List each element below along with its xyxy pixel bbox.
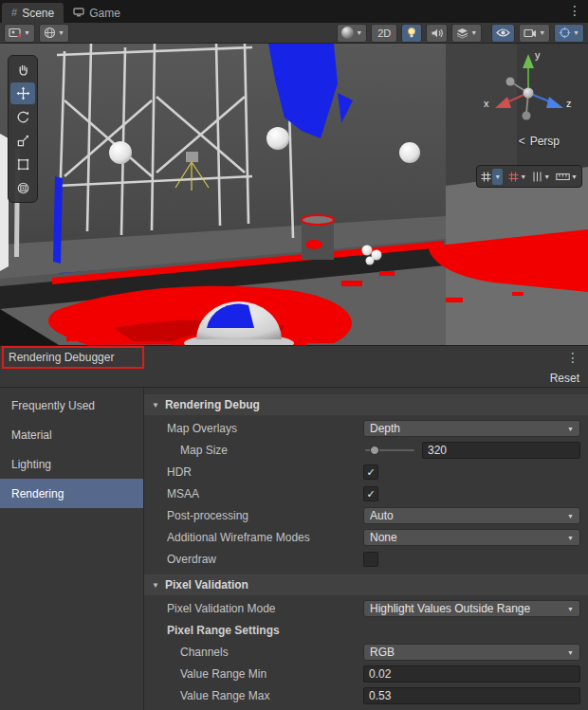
- hand-icon: [16, 63, 30, 77]
- draw-mode-dropdown[interactable]: ▼: [4, 24, 35, 43]
- map-size-field[interactable]: [422, 442, 580, 459]
- scene-viewport[interactable]: y x z < Persp ▼ ▼ ▼ ▼: [0, 44, 588, 345]
- reset-button[interactable]: Reset: [550, 372, 579, 385]
- rotate-tool-button[interactable]: [10, 106, 35, 128]
- map-overlays-dropdown[interactable]: Depth▼: [363, 420, 580, 437]
- scale-tool-button[interactable]: [10, 130, 35, 152]
- row-map-overlays: Map Overlays Depth▼: [144, 418, 588, 439]
- value-range-max-field[interactable]: [363, 687, 580, 704]
- chevron-down-icon: ▼: [563, 426, 574, 432]
- shading-sphere-dropdown[interactable]: ▼: [337, 24, 367, 43]
- chevron-down-icon: ▼: [543, 173, 550, 180]
- gizmos-icon: [559, 27, 571, 39]
- sidebar-item-material[interactable]: Material: [0, 420, 143, 449]
- pixel-validation-mode-dropdown[interactable]: Highlight Values Outside Range▼: [363, 600, 580, 617]
- orientation-gizmo[interactable]: y x z: [476, 49, 575, 135]
- tab-game-label: Game: [89, 7, 120, 20]
- row-channels: Channels RGB▼: [144, 642, 588, 663]
- section-rendering-debug[interactable]: ▼ Rendering Debug: [144, 394, 588, 415]
- scene-audio-toggle[interactable]: [426, 24, 448, 43]
- scene-lighting-toggle[interactable]: [401, 24, 422, 43]
- overlay-snap-dropdown[interactable]: ▼: [506, 168, 528, 186]
- globe-icon: [44, 27, 56, 39]
- axis-y-label[interactable]: y: [535, 49, 541, 61]
- post-processing-label: Post-processing: [144, 509, 363, 522]
- chevron-down-icon: ▼: [58, 29, 64, 36]
- snap-grid-icon: [508, 172, 519, 182]
- value-range-min-label: Value Range Min: [144, 667, 363, 681]
- skybox-dropdown[interactable]: ▼: [39, 24, 69, 43]
- rotate-icon: [16, 110, 30, 124]
- camera-settings-dropdown[interactable]: ▼: [519, 24, 550, 43]
- rendering-debugger-title: Rendering Debugger: [0, 351, 114, 364]
- chevron-down-icon: ▼: [563, 606, 574, 612]
- effects-dropdown[interactable]: ▼: [451, 24, 482, 43]
- row-post-processing: Post-processing Auto▼: [144, 505, 588, 526]
- row-additional-wireframe-modes: Additional Wireframe Modes None▼: [144, 527, 588, 548]
- overlay-increment-dropdown[interactable]: ▼: [530, 168, 552, 186]
- rendering-debugger-title-bar: Rendering Debugger ⋮: [0, 345, 588, 369]
- tab-scene[interactable]: # Scene: [2, 3, 64, 23]
- msaa-checkbox[interactable]: ✓: [363, 486, 378, 501]
- value-range-max-label: Value Range Max: [144, 689, 363, 702]
- kebab-menu-icon[interactable]: ⋮: [568, 4, 581, 17]
- overlay-grid-arrow[interactable]: ▼: [492, 169, 503, 185]
- map-size-slider[interactable]: [363, 442, 416, 459]
- shaded-sphere-icon: [341, 27, 354, 39]
- pixel-validation-mode-label: Pixel Validation Mode: [144, 602, 363, 615]
- foldout-arrow-icon[interactable]: ▼: [152, 581, 159, 590]
- sidebar-item-frequently-used[interactable]: Frequently Used: [0, 391, 143, 420]
- overdraw-checkbox[interactable]: [363, 552, 378, 567]
- view-hand-tool-button[interactable]: [10, 59, 35, 81]
- move-tool-button[interactable]: [10, 82, 35, 104]
- rect-icon: [16, 157, 30, 172]
- persp-angle-icon: <: [519, 135, 525, 148]
- overlay-ruler-dropdown[interactable]: ▼: [554, 168, 579, 186]
- projection-mode[interactable]: < Persp: [519, 135, 560, 148]
- chevron-down-icon: ▼: [563, 649, 574, 656]
- row-map-size: Map Size: [144, 440, 588, 461]
- chevron-down-icon: ▼: [563, 513, 574, 519]
- tab-scene-label: Scene: [22, 7, 54, 20]
- tool-palette-overlay: [8, 55, 38, 203]
- gizmos-dropdown[interactable]: ▼: [554, 24, 584, 43]
- chevron-down-icon: ▼: [520, 173, 526, 180]
- slider-handle[interactable]: [370, 446, 379, 455]
- wireframe-modes-dropdown[interactable]: None▼: [363, 529, 580, 546]
- kebab-menu-icon[interactable]: ⋮: [566, 350, 579, 365]
- section-pixel-validation[interactable]: ▼ Pixel Validation: [144, 574, 588, 595]
- window-tab-bar: # Scene Game ⋮: [0, 0, 588, 23]
- sidebar-item-rendering[interactable]: Rendering: [0, 479, 143, 508]
- axis-z-label[interactable]: z: [566, 98, 572, 109]
- sidebar-item-lighting[interactable]: Lighting: [0, 449, 143, 479]
- transform-tool-button[interactable]: [10, 177, 35, 199]
- row-hdr: HDR ✓: [144, 462, 588, 482]
- foldout-arrow-icon[interactable]: ▼: [152, 401, 159, 410]
- rect-tool-button[interactable]: [10, 154, 35, 175]
- rendering-debugger-body: Frequently Used Material Lighting Render…: [0, 388, 588, 710]
- tab-game[interactable]: Game: [64, 3, 130, 23]
- pixel-range-settings-label: Pixel Range Settings: [144, 624, 363, 637]
- map-overlays-label: Map Overlays: [144, 422, 363, 435]
- overlay-grid-dropdown[interactable]: ▼: [479, 168, 505, 186]
- transform-icon: [16, 181, 30, 195]
- viewport-overlay-toolbar: ▼ ▼ ▼ ▼: [476, 165, 582, 188]
- camera-icon: [524, 27, 537, 38]
- wireframe-modes-label: Additional Wireframe Modes: [144, 531, 363, 544]
- hdr-checkbox[interactable]: ✓: [363, 464, 378, 480]
- post-processing-dropdown[interactable]: Auto▼: [363, 507, 580, 524]
- move-icon: [16, 86, 30, 100]
- value-range-min-field[interactable]: [363, 665, 580, 683]
- game-monitor-icon: [73, 8, 84, 19]
- scene-visibility-toggle[interactable]: [491, 24, 515, 43]
- channels-label: Channels: [144, 646, 363, 659]
- chevron-down-icon: ▼: [539, 29, 545, 36]
- msaa-label: MSAA: [144, 487, 363, 501]
- check-icon: ✓: [366, 489, 375, 500]
- channels-dropdown[interactable]: RGB▼: [363, 644, 580, 661]
- chevron-down-icon: ▼: [470, 29, 477, 36]
- chevron-down-icon: ▼: [24, 29, 30, 36]
- toggle-2d-button[interactable]: 2D: [371, 24, 397, 43]
- debugger-content: ▼ Rendering Debug Map Overlays Depth▼ Ma…: [144, 388, 588, 710]
- axis-x-label[interactable]: x: [484, 98, 489, 109]
